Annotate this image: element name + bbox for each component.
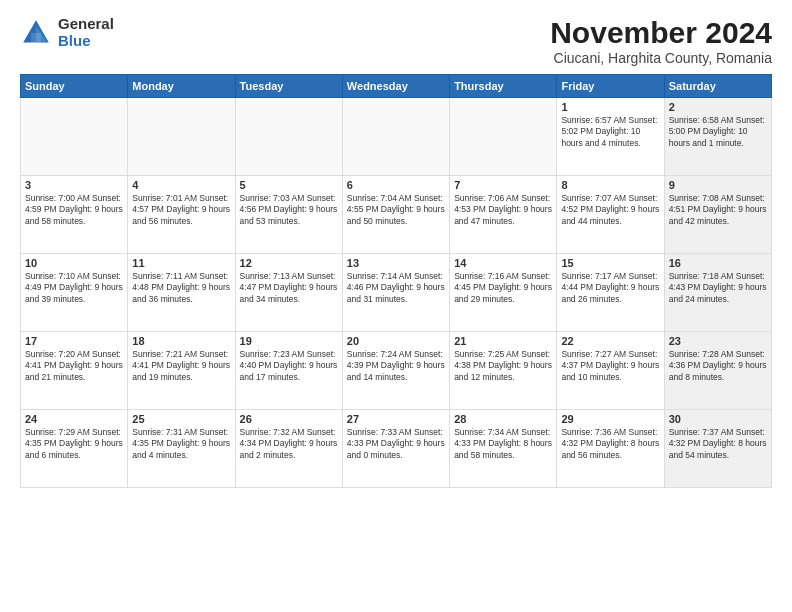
calendar-cell: 29Sunrise: 7:36 AM Sunset: 4:32 PM Dayli…: [557, 410, 664, 488]
weekday-row: Sunday Monday Tuesday Wednesday Thursday…: [21, 75, 772, 98]
calendar-cell: 27Sunrise: 7:33 AM Sunset: 4:33 PM Dayli…: [342, 410, 449, 488]
week-row-1: 3Sunrise: 7:00 AM Sunset: 4:59 PM Daylig…: [21, 176, 772, 254]
day-info: Sunrise: 7:24 AM Sunset: 4:39 PM Dayligh…: [347, 349, 445, 383]
day-info: Sunrise: 7:11 AM Sunset: 4:48 PM Dayligh…: [132, 271, 230, 305]
calendar-cell: 25Sunrise: 7:31 AM Sunset: 4:35 PM Dayli…: [128, 410, 235, 488]
day-number: 11: [132, 257, 230, 269]
calendar-cell: 11Sunrise: 7:11 AM Sunset: 4:48 PM Dayli…: [128, 254, 235, 332]
calendar-body: 1Sunrise: 6:57 AM Sunset: 5:02 PM Daylig…: [21, 98, 772, 488]
logo-icon: [20, 17, 52, 49]
day-number: 24: [25, 413, 123, 425]
calendar-cell: 16Sunrise: 7:18 AM Sunset: 4:43 PM Dayli…: [664, 254, 771, 332]
calendar-cell: 7Sunrise: 7:06 AM Sunset: 4:53 PM Daylig…: [450, 176, 557, 254]
calendar-cell: [128, 98, 235, 176]
logo-general: General: [58, 16, 114, 33]
day-number: 26: [240, 413, 338, 425]
logo: General Blue: [20, 16, 114, 49]
week-row-3: 17Sunrise: 7:20 AM Sunset: 4:41 PM Dayli…: [21, 332, 772, 410]
calendar-cell: 5Sunrise: 7:03 AM Sunset: 4:56 PM Daylig…: [235, 176, 342, 254]
day-number: 5: [240, 179, 338, 191]
svg-rect-2: [31, 33, 41, 43]
day-number: 7: [454, 179, 552, 191]
day-number: 25: [132, 413, 230, 425]
day-info: Sunrise: 7:28 AM Sunset: 4:36 PM Dayligh…: [669, 349, 767, 383]
th-monday: Monday: [128, 75, 235, 98]
day-number: 13: [347, 257, 445, 269]
day-info: Sunrise: 7:06 AM Sunset: 4:53 PM Dayligh…: [454, 193, 552, 227]
th-friday: Friday: [557, 75, 664, 98]
day-number: 6: [347, 179, 445, 191]
calendar-cell: 23Sunrise: 7:28 AM Sunset: 4:36 PM Dayli…: [664, 332, 771, 410]
day-info: Sunrise: 7:14 AM Sunset: 4:46 PM Dayligh…: [347, 271, 445, 305]
calendar-cell: 3Sunrise: 7:00 AM Sunset: 4:59 PM Daylig…: [21, 176, 128, 254]
day-info: Sunrise: 7:10 AM Sunset: 4:49 PM Dayligh…: [25, 271, 123, 305]
calendar-cell: [342, 98, 449, 176]
day-info: Sunrise: 7:27 AM Sunset: 4:37 PM Dayligh…: [561, 349, 659, 383]
calendar-cell: 14Sunrise: 7:16 AM Sunset: 4:45 PM Dayli…: [450, 254, 557, 332]
day-number: 9: [669, 179, 767, 191]
calendar-cell: 13Sunrise: 7:14 AM Sunset: 4:46 PM Dayli…: [342, 254, 449, 332]
day-info: Sunrise: 7:18 AM Sunset: 4:43 PM Dayligh…: [669, 271, 767, 305]
day-number: 17: [25, 335, 123, 347]
calendar-cell: 26Sunrise: 7:32 AM Sunset: 4:34 PM Dayli…: [235, 410, 342, 488]
th-sunday: Sunday: [21, 75, 128, 98]
day-number: 28: [454, 413, 552, 425]
day-info: Sunrise: 7:16 AM Sunset: 4:45 PM Dayligh…: [454, 271, 552, 305]
calendar-cell: 17Sunrise: 7:20 AM Sunset: 4:41 PM Dayli…: [21, 332, 128, 410]
day-info: Sunrise: 6:57 AM Sunset: 5:02 PM Dayligh…: [561, 115, 659, 149]
day-number: 1: [561, 101, 659, 113]
day-info: Sunrise: 7:25 AM Sunset: 4:38 PM Dayligh…: [454, 349, 552, 383]
logo-text: General Blue: [58, 16, 114, 49]
day-info: Sunrise: 7:00 AM Sunset: 4:59 PM Dayligh…: [25, 193, 123, 227]
calendar-cell: [21, 98, 128, 176]
calendar-cell: 9Sunrise: 7:08 AM Sunset: 4:51 PM Daylig…: [664, 176, 771, 254]
day-number: 8: [561, 179, 659, 191]
day-number: 27: [347, 413, 445, 425]
day-info: Sunrise: 7:08 AM Sunset: 4:51 PM Dayligh…: [669, 193, 767, 227]
calendar-cell: 21Sunrise: 7:25 AM Sunset: 4:38 PM Dayli…: [450, 332, 557, 410]
title-block: November 2024 Ciucani, Harghita County, …: [550, 16, 772, 66]
day-info: Sunrise: 7:13 AM Sunset: 4:47 PM Dayligh…: [240, 271, 338, 305]
calendar-cell: 4Sunrise: 7:01 AM Sunset: 4:57 PM Daylig…: [128, 176, 235, 254]
day-number: 14: [454, 257, 552, 269]
week-row-0: 1Sunrise: 6:57 AM Sunset: 5:02 PM Daylig…: [21, 98, 772, 176]
day-number: 23: [669, 335, 767, 347]
calendar-cell: 24Sunrise: 7:29 AM Sunset: 4:35 PM Dayli…: [21, 410, 128, 488]
day-info: Sunrise: 7:32 AM Sunset: 4:34 PM Dayligh…: [240, 427, 338, 461]
day-info: Sunrise: 7:03 AM Sunset: 4:56 PM Dayligh…: [240, 193, 338, 227]
day-info: Sunrise: 7:20 AM Sunset: 4:41 PM Dayligh…: [25, 349, 123, 383]
day-info: Sunrise: 7:23 AM Sunset: 4:40 PM Dayligh…: [240, 349, 338, 383]
day-info: Sunrise: 7:33 AM Sunset: 4:33 PM Dayligh…: [347, 427, 445, 461]
day-number: 2: [669, 101, 767, 113]
day-info: Sunrise: 7:01 AM Sunset: 4:57 PM Dayligh…: [132, 193, 230, 227]
th-saturday: Saturday: [664, 75, 771, 98]
calendar-cell: 10Sunrise: 7:10 AM Sunset: 4:49 PM Dayli…: [21, 254, 128, 332]
day-info: Sunrise: 7:07 AM Sunset: 4:52 PM Dayligh…: [561, 193, 659, 227]
day-number: 15: [561, 257, 659, 269]
calendar-cell: [235, 98, 342, 176]
day-number: 16: [669, 257, 767, 269]
week-row-2: 10Sunrise: 7:10 AM Sunset: 4:49 PM Dayli…: [21, 254, 772, 332]
calendar-cell: 19Sunrise: 7:23 AM Sunset: 4:40 PM Dayli…: [235, 332, 342, 410]
day-number: 21: [454, 335, 552, 347]
calendar-cell: 30Sunrise: 7:37 AM Sunset: 4:32 PM Dayli…: [664, 410, 771, 488]
calendar-cell: 28Sunrise: 7:34 AM Sunset: 4:33 PM Dayli…: [450, 410, 557, 488]
month-title: November 2024: [550, 16, 772, 50]
header: General Blue November 2024 Ciucani, Harg…: [20, 16, 772, 66]
day-info: Sunrise: 7:29 AM Sunset: 4:35 PM Dayligh…: [25, 427, 123, 461]
day-number: 20: [347, 335, 445, 347]
calendar-cell: 12Sunrise: 7:13 AM Sunset: 4:47 PM Dayli…: [235, 254, 342, 332]
calendar-cell: 6Sunrise: 7:04 AM Sunset: 4:55 PM Daylig…: [342, 176, 449, 254]
day-info: Sunrise: 7:36 AM Sunset: 4:32 PM Dayligh…: [561, 427, 659, 461]
calendar-cell: 8Sunrise: 7:07 AM Sunset: 4:52 PM Daylig…: [557, 176, 664, 254]
th-tuesday: Tuesday: [235, 75, 342, 98]
calendar-cell: 2Sunrise: 6:58 AM Sunset: 5:00 PM Daylig…: [664, 98, 771, 176]
day-info: Sunrise: 7:21 AM Sunset: 4:41 PM Dayligh…: [132, 349, 230, 383]
calendar-cell: [450, 98, 557, 176]
th-wednesday: Wednesday: [342, 75, 449, 98]
day-number: 3: [25, 179, 123, 191]
day-info: Sunrise: 7:04 AM Sunset: 4:55 PM Dayligh…: [347, 193, 445, 227]
calendar-cell: 22Sunrise: 7:27 AM Sunset: 4:37 PM Dayli…: [557, 332, 664, 410]
logo-blue: Blue: [58, 33, 114, 50]
calendar-table: Sunday Monday Tuesday Wednesday Thursday…: [20, 74, 772, 488]
